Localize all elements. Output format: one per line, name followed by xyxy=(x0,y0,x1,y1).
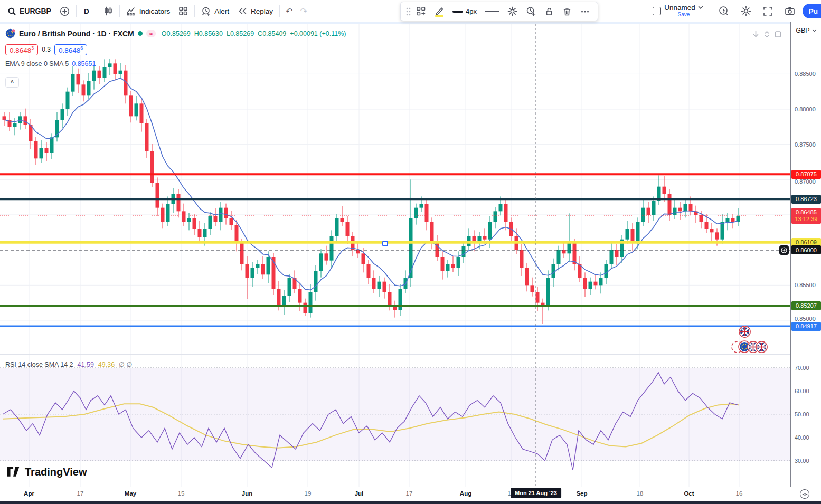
price-tick-label: 0.85000 xyxy=(795,316,816,322)
trash-icon xyxy=(562,7,572,16)
chart-legend: Euro / British Pound · 1D · FXCM ≈ O0.85… xyxy=(5,28,346,68)
time-axis-settings-button[interactable] xyxy=(800,489,809,499)
rsi-tick-label: 30.00 xyxy=(795,458,809,464)
add-to-layout-button[interactable] xyxy=(412,5,430,17)
uk-flag-icon xyxy=(756,341,768,353)
add-order-plus-button[interactable] xyxy=(779,245,789,255)
currency-selector[interactable]: GBP xyxy=(791,22,821,39)
grid-plus-icon xyxy=(416,6,426,16)
time-axis[interactable]: Apr17May15Jun19Jul17Aug14Sep18Oct16Mon 2… xyxy=(0,487,821,501)
plus-circle-icon xyxy=(781,247,787,253)
legend-collapse-button[interactable]: ^ xyxy=(5,77,19,88)
replay-button[interactable]: Replay xyxy=(233,3,277,19)
remove-drawings-button[interactable] xyxy=(559,6,575,17)
chevron-down-icon xyxy=(812,29,817,32)
layout-name-menu[interactable]: Unnamed Save xyxy=(664,4,703,18)
event-flag-gbp[interactable] xyxy=(739,326,751,340)
compare-add-symbol-button[interactable] xyxy=(55,3,74,19)
price-level-label[interactable]: 0.87075 xyxy=(791,170,821,179)
price-axis[interactable]: GBP 0.885000.880000.875000.870000.855000… xyxy=(790,22,821,487)
toolbar-divider xyxy=(709,5,709,17)
rsi-tick-label: 40.00 xyxy=(795,434,809,441)
line-width-swatch xyxy=(452,11,463,13)
add-alert-on-drawing-button[interactable] xyxy=(522,5,540,17)
lock-drawings-button[interactable] xyxy=(541,6,558,17)
sell-price: 0.8648 xyxy=(10,46,31,54)
time-tick-label: Sep xyxy=(576,490,587,497)
quick-search-button[interactable] xyxy=(714,3,733,19)
crosshair-date-label: Mon 21 Aug '23 xyxy=(511,488,561,498)
chart-style-button[interactable] xyxy=(99,3,117,19)
price-tick-label: 0.87500 xyxy=(795,141,816,148)
tradingview-logo[interactable]: TradingView xyxy=(7,466,87,478)
grid-layout-icon xyxy=(178,6,188,16)
scroll-to-recent-button[interactable] xyxy=(752,30,760,41)
line-width-button[interactable]: 4px xyxy=(449,7,480,15)
draw-tool-button[interactable] xyxy=(431,5,448,18)
drawing-settings-button[interactable] xyxy=(504,5,521,17)
countdown-timer: 13:12:39 xyxy=(795,216,818,223)
layout-select-checkbox[interactable] xyxy=(653,7,661,15)
snapshot-button[interactable] xyxy=(780,3,799,19)
line-width-label: 4px xyxy=(466,7,477,15)
candles-layer xyxy=(3,59,740,324)
gear-icon xyxy=(802,491,808,497)
price-level-label[interactable]: 0.86000 xyxy=(791,245,821,254)
time-tick-label: 19 xyxy=(305,490,312,497)
ohlc-values: O0.85269 H0.85630 L0.85269 C0.85409 +0.0… xyxy=(162,30,346,37)
alarm-clock-icon xyxy=(201,6,211,16)
fullscreen-button[interactable] xyxy=(759,3,777,19)
event-flag-gbp-3[interactable] xyxy=(756,341,768,355)
redo-button[interactable]: ↷ xyxy=(296,6,310,16)
main-chart-canvas[interactable] xyxy=(0,0,821,504)
line-style-swatch xyxy=(485,11,499,12)
time-tick-label: 17 xyxy=(77,490,84,497)
publish-button[interactable]: Pu xyxy=(803,4,821,18)
symbol-search-button[interactable]: EURGBP xyxy=(3,3,55,19)
rsi-legend-row[interactable]: RSI 14 close SMA 14 2 41.59 49.36 ∅ ∅ xyxy=(5,360,132,368)
rsi-tick-label: 70.00 xyxy=(795,365,809,371)
sell-price-button[interactable]: 0.86483 xyxy=(5,44,38,55)
toolbar-divider xyxy=(119,5,120,17)
maximize-pane-button[interactable] xyxy=(774,30,782,41)
price-level-label[interactable]: 0.8648513:12:39 xyxy=(791,208,821,224)
price-tick-label: 0.85500 xyxy=(795,282,816,288)
ema-legend-row[interactable]: EMA 9 close 0 SMA 50.85651 xyxy=(5,60,346,68)
plus-circle-icon xyxy=(60,6,70,16)
collapse-pane-button[interactable] xyxy=(763,30,771,41)
price-level-label[interactable]: 0.86723 xyxy=(791,195,821,204)
chart-settings-button[interactable] xyxy=(737,3,756,19)
close-value: C0.85409 xyxy=(258,30,286,37)
symbol-title[interactable]: Euro / British Pound · 1D · FXCM xyxy=(19,30,134,38)
camera-icon xyxy=(785,6,795,16)
price-level-label[interactable]: 0.85207 xyxy=(791,301,821,310)
save-button[interactable]: Save xyxy=(678,11,690,18)
alert-button[interactable]: Alert xyxy=(197,3,233,19)
market-status-dot-icon[interactable] xyxy=(138,31,143,36)
undo-button[interactable]: ↶ xyxy=(282,6,296,16)
toolbar-right-group: Unnamed Save Pu xyxy=(653,0,821,22)
buy-price-button[interactable]: 0.86486 xyxy=(54,44,87,55)
gear-icon xyxy=(741,6,751,16)
drag-handle-icon[interactable] xyxy=(405,6,411,17)
replay-label: Replay xyxy=(251,7,273,15)
lightning-circle-icon xyxy=(719,6,729,16)
time-tick-label: Aug xyxy=(460,490,471,497)
price-level-label[interactable]: 0.84917 xyxy=(791,322,821,331)
interval-button[interactable]: D xyxy=(79,3,95,19)
more-options-button[interactable] xyxy=(577,6,593,17)
toolbar-divider xyxy=(194,5,195,17)
drawing-anchor-handle[interactable] xyxy=(382,241,388,246)
legend-symbol-row: Euro / British Pound · 1D · FXCM ≈ O0.85… xyxy=(5,28,346,39)
data-approx-chip[interactable]: ≈ xyxy=(146,30,156,37)
active-chart-strip xyxy=(0,22,821,24)
drawing-toolbar-floating: 4px xyxy=(400,2,598,21)
symbol-name: EURGBP xyxy=(20,7,51,15)
line-style-button[interactable] xyxy=(482,10,503,13)
time-tick-label: 15 xyxy=(178,490,185,497)
price-tick-label: 0.87000 xyxy=(795,178,816,185)
pane-buttons xyxy=(752,30,782,41)
low-value: L0.85269 xyxy=(227,30,254,37)
layout-grid-button[interactable] xyxy=(174,3,192,19)
indicators-button[interactable]: Indicators xyxy=(122,3,175,19)
